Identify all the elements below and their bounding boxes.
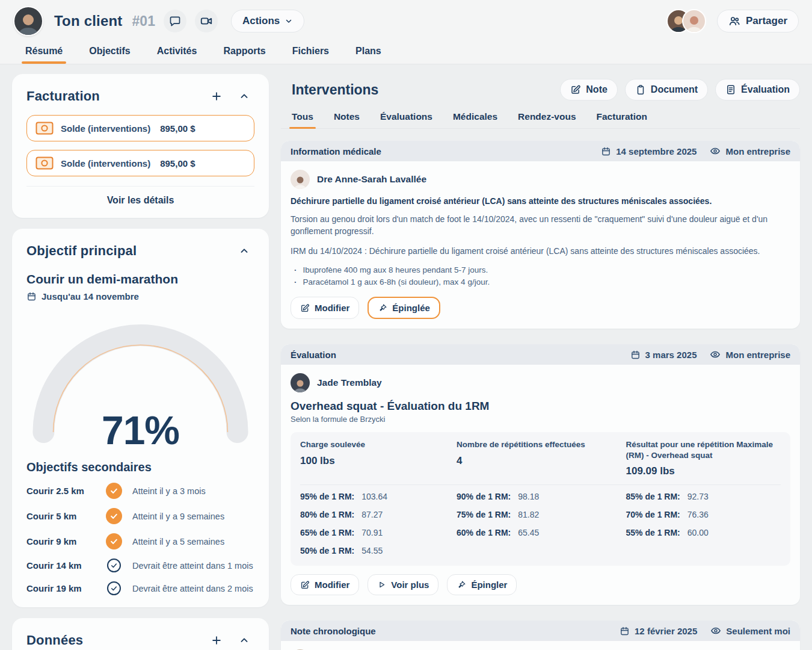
facturation-card: Facturation Solde (interventions) 895,00… [12, 74, 269, 218]
interv-tab-medicales[interactable]: Médicales [453, 111, 497, 128]
chevron-up-icon [239, 635, 250, 646]
secondary-goal-status: Atteint il y a 3 mois [132, 486, 254, 496]
medical-diagnosis: Déchirure partielle du ligament croisé a… [291, 196, 790, 206]
play-outline-icon [377, 580, 386, 589]
banknote-icon [35, 122, 54, 135]
data-add-button[interactable] [206, 630, 227, 650]
secondary-goal-label: Courir 14 km [26, 560, 97, 571]
evaluation-card: Évaluation 3 mars 2025 Mon entreprise [281, 344, 800, 605]
tab-rapports[interactable]: Rapports [223, 46, 265, 64]
secondary-goals-list: Courir 2.5 km Atteint il y a 3 mois Cour… [26, 483, 254, 595]
rm-cell: 85% de 1 RM:92.73 [626, 488, 781, 506]
secondary-goals-title: Objectifs secondaires [26, 460, 254, 474]
see-more-button[interactable]: Voir plus [368, 574, 438, 595]
progress-gauge: 71% [26, 308, 254, 451]
check-circle-icon [106, 533, 122, 549]
tab-fichiers[interactable]: Fichiers [292, 46, 329, 64]
pin-icon [378, 303, 387, 313]
document-lines-icon [725, 84, 736, 95]
main-goal-card: Objectif principal Courir un demi-marath… [12, 229, 269, 607]
client-avatar[interactable] [13, 6, 43, 36]
check-circle-icon [106, 508, 122, 524]
rm-cell: 55% de 1 RM:60.00 [626, 524, 781, 542]
interventions-tabs: Tous Notes Évaluations Médicales Rendez-… [281, 101, 800, 129]
actions-label: Actions [242, 15, 280, 27]
balance-row[interactable]: Solde (interventions) 895,00 $ [26, 115, 254, 141]
rm-cell: 80% de 1 RM:87.27 [300, 506, 442, 524]
card-visibility: Mon entreprise [725, 146, 790, 156]
actions-button[interactable]: Actions [231, 10, 304, 32]
medication-item: Ibuprofène 400 mg aux 8 heures pendant 5… [294, 264, 790, 276]
plus-icon [211, 90, 223, 102]
banknote-icon [35, 156, 54, 170]
rm-cell: 70% de 1 RM:76.36 [626, 506, 781, 524]
evaluation-title: Overhead squat - Évaluation du 1RM [291, 400, 790, 413]
calendar-icon [601, 146, 611, 156]
interv-tab-rendez-vous[interactable]: Rendez-vous [518, 111, 576, 128]
goal-deadline: Jusqu'au 14 novembre [42, 291, 139, 302]
calendar-icon [620, 626, 630, 636]
interv-tab-facturation[interactable]: Facturation [597, 111, 647, 128]
calendar-icon [630, 350, 641, 360]
people-icon [728, 15, 740, 27]
video-call-button[interactable] [195, 10, 218, 32]
rm-cell: 50% de 1 RM:54.55 [300, 542, 442, 560]
add-note-button[interactable]: Note [560, 79, 618, 101]
tab-activites[interactable]: Activités [157, 46, 197, 64]
interv-tab-notes[interactable]: Notes [334, 111, 360, 128]
chat-button[interactable] [164, 10, 186, 32]
see-details-button[interactable]: Voir les détails [26, 186, 254, 206]
plus-icon [211, 634, 223, 646]
chevron-down-icon [285, 17, 293, 25]
chat-bubble-icon [169, 15, 181, 27]
tab-plans[interactable]: Plans [355, 46, 381, 64]
facturation-collapse-button[interactable] [234, 86, 254, 107]
share-button[interactable]: Partager [717, 10, 799, 32]
goal-collapse-button[interactable] [234, 241, 254, 261]
rm-table: 95% de 1 RM:103.64 90% de 1 RM:98.18 85%… [300, 488, 781, 560]
main-tabs: Résumé Objectifs Activités Rapports Fich… [13, 36, 799, 64]
facturation-add-button[interactable] [206, 86, 227, 107]
card-date: 12 février 2025 [635, 626, 697, 636]
card-type-label: Information médicale [291, 146, 381, 156]
secondary-goal-label: Courir 2.5 km [26, 486, 97, 496]
author-avatar [291, 373, 310, 392]
eye-icon [710, 146, 721, 156]
interventions-title: Interventions [292, 82, 378, 98]
pinned-button[interactable]: Épinglée [368, 297, 440, 319]
interv-tab-evaluations[interactable]: Évaluations [380, 111, 432, 128]
calendar-icon [26, 291, 37, 302]
main-goal-title: Objectif principal [26, 243, 137, 259]
data-card: Données Motivation 7 / 10 il y a 4 jours [12, 618, 269, 650]
interv-tab-tous[interactable]: Tous [292, 111, 313, 128]
progress-value: 71% [26, 407, 254, 453]
check-circle-icon [106, 483, 122, 499]
rm-cell: 60% de 1 RM:65.45 [457, 524, 611, 542]
data-collapse-button[interactable] [234, 630, 254, 650]
modify-button[interactable]: Modifier [291, 297, 359, 319]
chevron-up-icon [239, 91, 250, 102]
rm-cell: 90% de 1 RM:98.18 [457, 488, 611, 506]
video-camera-icon [200, 14, 213, 28]
pencil-square-icon [570, 84, 581, 95]
check-outline-icon [107, 559, 121, 572]
client-name: Ton client [54, 13, 123, 29]
medical-paragraph: IRM du 14/10/2024 : Déchirure partielle … [291, 245, 790, 257]
evaluation-button-label: Évaluation [741, 84, 790, 95]
coach-avatar-stack[interactable] [666, 9, 706, 33]
modify-button[interactable]: Modifier [291, 574, 359, 595]
add-evaluation-button[interactable]: Évaluation [715, 79, 800, 101]
balance-row[interactable]: Solde (interventions) 895,00 $ [26, 150, 254, 176]
stat-resultat-rm: Résultat pour une répétition Maximale (R… [626, 439, 781, 477]
pin-button[interactable]: Épingler [447, 574, 517, 595]
add-document-button[interactable]: Document [625, 79, 708, 101]
top-bar: Ton client #01 Actions [0, 0, 812, 64]
tab-objectifs[interactable]: Objectifs [89, 46, 130, 64]
rm-cell: 65% de 1 RM:70.91 [300, 524, 442, 542]
coach-avatar-2 [682, 9, 706, 33]
eye-icon [710, 625, 721, 636]
card-date: 14 septembre 2025 [616, 146, 697, 156]
chronological-note-card: Note chronologique 12 février 2025 Seule… [281, 621, 800, 650]
card-visibility: Mon entreprise [725, 350, 790, 360]
tab-resume[interactable]: Résumé [25, 46, 63, 64]
